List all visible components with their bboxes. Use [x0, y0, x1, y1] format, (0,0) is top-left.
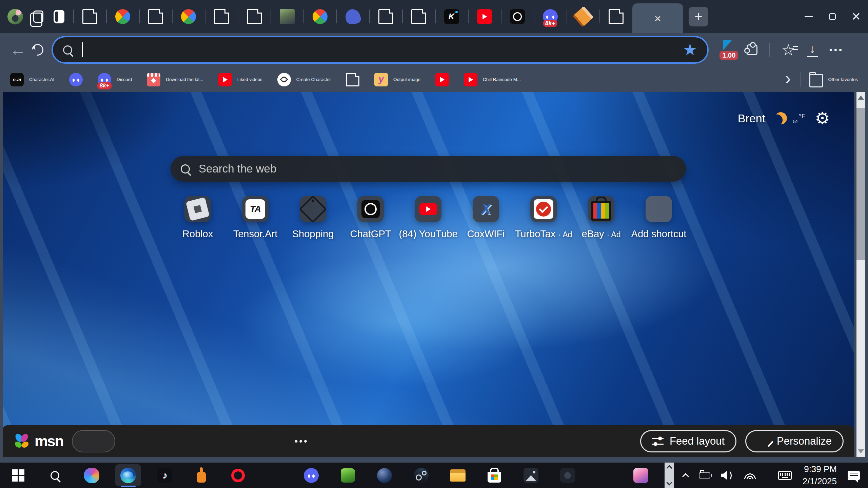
taskbar-opera[interactable] [220, 463, 256, 488]
page-settings-button[interactable]: ⚙ [815, 110, 830, 127]
tab-document[interactable] [205, 0, 238, 33]
taskbar-search-task[interactable] [37, 463, 73, 488]
shortcut-84-youtube[interactable]: (84) YouTube [399, 196, 457, 240]
address-bar[interactable]: ★ [52, 36, 709, 64]
scroll-up-arrow-icon[interactable] [858, 96, 864, 100]
msn-nav-more-button[interactable]: ••• [294, 436, 308, 447]
tab-photos[interactable] [172, 0, 205, 33]
bookmark-download-the-lat[interactable]: Download the lat... [147, 73, 203, 86]
notification-center-button[interactable] [848, 471, 860, 480]
taskbar-scissors[interactable] [256, 463, 293, 488]
tab-document[interactable] [402, 0, 435, 33]
shortcut-roblox[interactable]: Roblox [169, 196, 226, 240]
tab-deepseek-whale[interactable] [336, 0, 369, 33]
taskbar-steam[interactable] [403, 463, 439, 488]
favorites-button[interactable]: ☆ [781, 42, 795, 58]
back-button[interactable]: ← [8, 40, 28, 60]
shortcut-chatgpt[interactable]: ChatGPT [342, 196, 399, 240]
scrollbar-thumb[interactable] [856, 108, 865, 260]
shortcut-shopping[interactable]: Shopping [284, 196, 342, 240]
taskbar-dark-app[interactable] [549, 463, 586, 488]
restore-button[interactable] [821, 0, 844, 33]
taskbar-green-app[interactable] [330, 463, 366, 488]
bookmark-liked-videos[interactable]: Liked videos [218, 73, 262, 86]
tab-youtube[interactable] [468, 0, 501, 33]
taskbar-file-explorer[interactable] [439, 463, 476, 488]
tray-keyboard[interactable] [778, 471, 792, 480]
tray-chevron-up[interactable] [683, 472, 688, 479]
taskbar-dark-sphere[interactable] [366, 463, 403, 488]
minimize-button[interactable] [797, 0, 821, 33]
refresh-button[interactable] [28, 40, 47, 60]
web-search-input[interactable] [199, 162, 667, 175]
user-greeting[interactable]: Brent [738, 112, 765, 125]
taskbar-store[interactable] [476, 463, 513, 488]
scroll-down-arrow-icon[interactable] [858, 449, 864, 453]
taskbar-discord-task[interactable] [293, 463, 330, 488]
address-input[interactable] [89, 43, 676, 56]
tab-document[interactable] [73, 0, 106, 33]
weather-widget[interactable]: 51°F [775, 112, 805, 124]
downloads-button[interactable]: ↓ [807, 43, 818, 57]
taskbar-anime-app[interactable] [623, 463, 659, 488]
tab-document[interactable] [139, 0, 172, 33]
extensions-button[interactable] [747, 44, 757, 55]
bookmark-youtube[interactable] [435, 73, 449, 86]
shortcut-turbotax[interactable]: TurboTax· Ad [515, 196, 572, 240]
tray-volume[interactable] [721, 471, 733, 480]
bookmark-character-ai[interactable]: c.ai Character.AI [10, 73, 54, 86]
taskbar-tiktok[interactable] [146, 463, 183, 488]
workspaces-button[interactable] [33, 11, 43, 23]
page-scrollbar[interactable] [856, 92, 865, 457]
tray-wifi[interactable] [744, 472, 756, 479]
taskbar-scroll-strip[interactable] [665, 463, 674, 488]
add-favorite-button[interactable]: ★ [683, 42, 697, 58]
tab-photos[interactable] [303, 0, 336, 33]
taskbar-photos-dark[interactable] [513, 463, 549, 488]
tab-document[interactable] [238, 0, 271, 33]
bookmark-chill-raincode-m[interactable]: Chill Raincode M... [464, 73, 521, 86]
bookmark-document[interactable] [346, 73, 359, 86]
button-feed-layout[interactable]: Feed layout [640, 430, 736, 452]
bookmark-create-character[interactable]: Create Character [277, 73, 331, 86]
tab-discord[interactable]: 8k+ [534, 0, 567, 33]
button-personalize[interactable]: Personalize [745, 430, 844, 452]
bookmarks-overflow-button[interactable]: › [785, 74, 791, 85]
tab-chatgpt[interactable] [501, 0, 534, 33]
taskbar-scroll-up-icon[interactable] [667, 465, 672, 471]
tab-kick[interactable]: K [435, 0, 468, 33]
page-layout-grid-button[interactable] [24, 112, 45, 132]
shortcut-tensor-art[interactable]: TA Tensor.Art [226, 196, 284, 240]
taskbar-copilot[interactable] [73, 463, 110, 488]
profile-button[interactable] [7, 9, 23, 24]
tab-actions-button[interactable] [54, 10, 64, 23]
tab-image-thumb[interactable] [271, 0, 303, 33]
web-search-bar[interactable] [171, 156, 686, 182]
taskbar-clock[interactable]: 9:39 PM 2/1/2025 [803, 463, 837, 487]
taskbar-settings[interactable] [586, 463, 623, 488]
shortcut-add-shortcut[interactable]: Add shortcut [630, 196, 688, 240]
taskbar-edge[interactable] [110, 463, 146, 488]
tab-photos[interactable] [106, 0, 139, 33]
tab-close-icon[interactable]: × [654, 13, 661, 24]
active-tab-new-tab[interactable]: × [632, 3, 683, 33]
tab-pencil[interactable] [567, 0, 599, 33]
rewards-button[interactable]: 1.00 [719, 40, 735, 59]
close-button[interactable]: × [844, 0, 868, 33]
tab-document[interactable] [369, 0, 402, 33]
other-favorites-button[interactable]: Other favorites [809, 72, 858, 87]
new-tab-button[interactable]: + [689, 7, 708, 26]
msn-logo[interactable]: msn [13, 432, 63, 450]
bookmark-discord[interactable]: 8k+ Discord [98, 73, 132, 86]
shortcut-coxwifi[interactable]: X CoxWIFi [457, 196, 515, 240]
tray-battery[interactable] [699, 472, 710, 479]
more-menu-button[interactable]: ••• [829, 45, 844, 55]
taskbar-scroll-down-icon[interactable] [667, 480, 672, 486]
tab-document[interactable] [599, 0, 632, 33]
bookmark-discord[interactable] [69, 73, 83, 86]
taskbar-start[interactable] [0, 463, 37, 488]
shortcut-ebay[interactable]: eBay· Ad [572, 196, 630, 240]
bookmark-output-image[interactable]: y Output image [374, 73, 420, 86]
taskbar-hand-cursor[interactable] [183, 463, 220, 488]
screen: K 8k+ × + [0, 0, 868, 488]
